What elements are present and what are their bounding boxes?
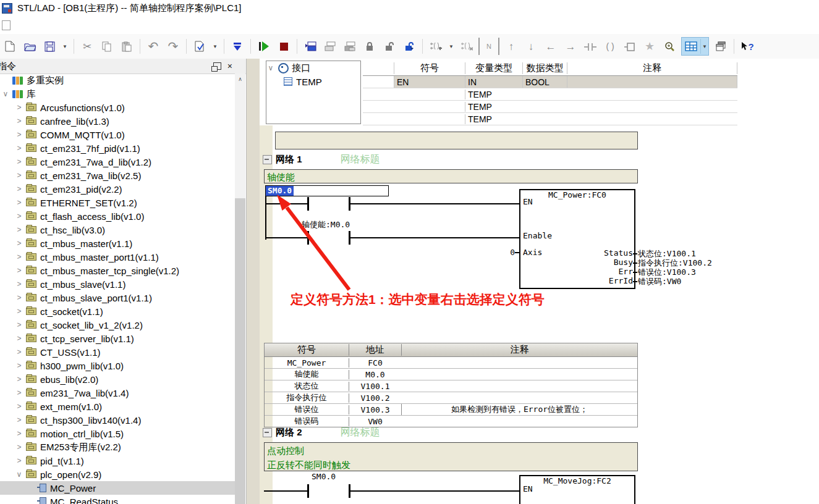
save-dropdown-icon[interactable]: ▼ — [61, 38, 69, 55]
table-view-toggle[interactable]: ▼ — [681, 37, 709, 56]
tree-item[interactable]: > ct_mbus_slave(v1.1) — [0, 277, 235, 291]
network1-title-placeholder[interactable]: 网络标题 — [341, 153, 380, 166]
tree-item[interactable]: > h300_pwm_lib(v1.0) — [0, 359, 235, 372]
menu-item[interactable] — [48, 23, 59, 27]
interface-temp-item[interactable]: TEMP — [266, 75, 360, 88]
help-icon[interactable]: ? — [739, 38, 755, 55]
coil-icon[interactable]: ( ) — [602, 38, 618, 55]
tree-item[interactable]: > ext_mem(v1.0) — [0, 400, 235, 413]
line-down-icon[interactable]: ↓ — [523, 38, 539, 55]
cell-data-type[interactable]: BOOL — [522, 76, 567, 88]
chevron-icon[interactable]: > — [15, 266, 23, 275]
cell-addr[interactable]: VW0 — [349, 417, 401, 426]
tree-item[interactable]: > motion_ctrl_lib(v1.5) — [0, 427, 235, 440]
tree-item[interactable]: ∨ plc_open(v2.9) — [0, 468, 235, 481]
contact-icon[interactable] — [582, 38, 598, 55]
cell-addr[interactable]: V100.1 — [349, 382, 401, 391]
run-icon[interactable] — [256, 38, 272, 55]
chevron-icon[interactable]: > — [15, 416, 23, 424]
cell-addr[interactable]: M0.0 — [349, 370, 401, 379]
network2-title-placeholder[interactable]: 网络标题 — [341, 426, 380, 439]
chevron-icon[interactable]: > — [15, 280, 23, 288]
tree-item[interactable]: > ct_mbus_slave_port1(v1.1) — [0, 291, 235, 304]
chevron-icon[interactable]: > — [15, 307, 23, 316]
panel-splitter[interactable] — [247, 59, 260, 504]
symbol-row[interactable]: 错误位 V100.3 如果检测到有错误，Error位被置位； — [265, 404, 637, 416]
chevron-icon[interactable]: > — [15, 334, 23, 343]
copy-icon[interactable] — [99, 38, 115, 55]
tree-item[interactable]: > ct_em231_pid(v2.2) — [0, 182, 235, 196]
tree-item[interactable]: > ct_tcp_server_lib(v1.1) — [0, 332, 235, 345]
tree-item[interactable]: > COMM_MQTT(v1.0) — [0, 128, 235, 141]
tree-item[interactable]: > ct_hsp300_libv140(v1.4) — [0, 413, 235, 427]
chevron-icon[interactable]: > — [15, 103, 23, 112]
insert-row-icon[interactable] — [428, 38, 444, 55]
cell-symbol[interactable]: 指令执行位 — [265, 392, 349, 403]
unlock-icon[interactable] — [381, 38, 397, 55]
cell-addr[interactable]: V100.2 — [349, 393, 401, 403]
tree-item[interactable]: > ct_em231_7wa_d_lib(v1.2) — [0, 155, 235, 169]
compile-dropdown-icon[interactable]: ▼ — [211, 38, 219, 55]
chevron-icon[interactable]: > — [15, 144, 23, 153]
symbol-row[interactable]: MC_Power FC0 — [265, 357, 637, 369]
cascade-windows-icon[interactable] — [713, 38, 729, 55]
cell-symbol[interactable]: 错误位 — [265, 404, 349, 415]
tree-item[interactable]: > CT_USS(v1.1) — [0, 345, 235, 359]
cut-icon[interactable]: ✂ — [79, 38, 95, 55]
chevron-icon[interactable]: ∨ — [1, 90, 10, 98]
network2-contact-operand[interactable]: SM0.0 — [312, 472, 336, 481]
paste-icon[interactable] — [119, 38, 135, 55]
cell-var-type[interactable]: IN — [465, 76, 522, 88]
save-icon[interactable] — [41, 38, 57, 55]
tree-item[interactable]: > ct_socket(v1.1) — [0, 304, 235, 318]
variable-row[interactable]: EN IN BOOL — [363, 76, 737, 88]
symbol-row[interactable]: 轴使能 M0.0 — [265, 369, 637, 380]
undo-icon[interactable]: ↶ — [145, 38, 161, 55]
menu-item[interactable] — [14, 23, 25, 27]
axis-value[interactable]: 0 — [506, 248, 515, 257]
box-icon[interactable] — [622, 38, 638, 55]
chevron-down-icon[interactable]: ∨ — [266, 64, 275, 72]
stop-icon[interactable] — [276, 38, 292, 55]
tile-vertical-icon[interactable] — [342, 38, 358, 55]
contact2-bar[interactable] — [349, 231, 350, 245]
tree-item[interactable]: > em231_7wa_lib(v1.4) — [0, 386, 235, 400]
compile-icon[interactable] — [192, 38, 208, 55]
line-left-icon[interactable]: ← — [543, 38, 559, 55]
contact1-bar[interactable] — [349, 197, 350, 211]
menu-item[interactable] — [92, 23, 103, 27]
cascade-program-icon[interactable] — [302, 38, 318, 55]
tree-item[interactable]: > pid_t(v1.1) — [0, 454, 235, 468]
chevron-icon[interactable]: > — [15, 402, 23, 411]
scroll-up-icon[interactable]: ∧ — [235, 74, 245, 84]
chevron-icon[interactable]: > — [15, 171, 23, 180]
tree-item[interactable]: > Arcusfunctions(v1.0) — [0, 101, 235, 114]
cell-symbol[interactable]: 错误码 — [265, 416, 349, 427]
download-icon[interactable] — [229, 38, 245, 55]
tree-item[interactable]: > ETHERNET_SET(v1.2) — [0, 196, 235, 209]
tree-item[interactable]: > ct_mbus_master_port1(v1.1) — [0, 250, 235, 264]
tree-item[interactable]: > EM253专用库(v2.2) — [0, 440, 235, 454]
interface-root-item[interactable]: ∨ 接口 — [266, 61, 360, 75]
cell-symbol[interactable]: 轴使能 — [265, 369, 349, 380]
chevron-icon[interactable]: > — [15, 456, 23, 465]
table-view-dropdown-icon[interactable]: ▼ — [700, 39, 708, 54]
tree-item[interactable]: > ct_hsc_lib(v3.0) — [0, 223, 235, 237]
tree-item[interactable]: > ct_flash_access_lib(v1.0) — [0, 209, 235, 223]
new-file-icon[interactable] — [2, 38, 18, 55]
cell-var-type[interactable]: TEMP — [465, 90, 522, 99]
operand-edit-box[interactable]: SM0.0 — [265, 185, 389, 196]
chevron-icon[interactable]: > — [15, 443, 23, 452]
chevron-icon[interactable]: > — [15, 388, 23, 397]
network1-comment-box[interactable]: 轴使能 — [264, 169, 638, 183]
cell-comment[interactable]: 如果检测到有错误，Error位被置位； — [401, 404, 637, 415]
cell-comment[interactable] — [567, 76, 737, 88]
contact2-operand[interactable]: 轴使能:M0.0 — [302, 219, 350, 230]
chevron-icon[interactable]: > — [15, 239, 23, 248]
chevron-icon[interactable]: > — [15, 321, 23, 329]
cell-symbol[interactable]: EN — [394, 76, 465, 88]
selected-operand[interactable]: SM0.0 — [266, 186, 294, 196]
lock-icon[interactable] — [362, 38, 378, 55]
variable-row[interactable]: TEMP — [363, 101, 737, 113]
tree-item[interactable]: 多重实例 — [0, 74, 235, 87]
